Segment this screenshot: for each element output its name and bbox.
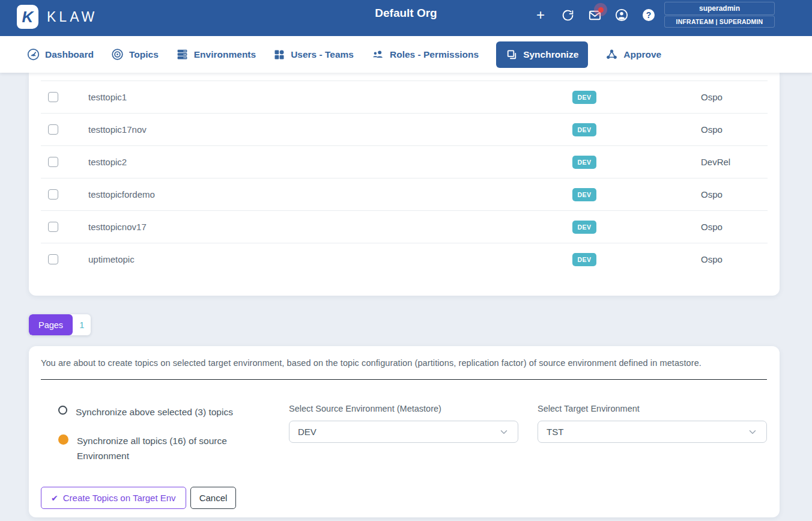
topic-name: testtopicfordemo: [88, 189, 530, 200]
table-row: uptimetopic DEV Ospo: [41, 243, 768, 275]
main-nav: Dashboard Topics Environments: [0, 36, 812, 73]
row-checkbox[interactable]: [48, 254, 58, 264]
table-row: testtopicfordemo DEV Ospo: [41, 178, 768, 210]
env-badge: DEV: [572, 91, 597, 104]
topic-name: testtopic17nov: [88, 124, 530, 135]
create-topics-button[interactable]: ✔ Create Topics on Target Env: [41, 487, 186, 509]
table-row: testtopicnov17 DEV Ospo: [41, 210, 768, 243]
env-badge: DEV: [572, 188, 597, 201]
create-topics-label: Create Topics on Target Env: [63, 493, 176, 503]
target-env-field: Select Target Environment TST: [538, 404, 767, 443]
source-env-field: Select Source Environment (Metastore) DE…: [289, 404, 518, 443]
team-name: Ospo: [638, 92, 768, 102]
top-header: K KLAW Default Org +: [0, 0, 812, 36]
source-env-label: Select Source Environment (Metastore): [289, 404, 518, 413]
env-badge: DEV: [572, 156, 597, 169]
copy-icon: [506, 49, 518, 61]
nav-label: Users - Teams: [291, 49, 354, 60]
nav-label: Approve: [623, 49, 661, 60]
synchronize-panel: You are about to create topics on select…: [29, 346, 780, 517]
bullseye-icon: [111, 48, 124, 61]
topic-name: testtopic1: [88, 92, 530, 102]
sync-scope-radio-group: Synchronize above selected (3) topics Sy…: [58, 404, 274, 477]
topic-name: testtopicnov17: [88, 222, 530, 232]
pages-label: Pages: [29, 314, 73, 335]
radio-icon: [58, 406, 67, 415]
plus-icon[interactable]: +: [533, 8, 548, 22]
nav-item-topics[interactable]: Topics: [111, 48, 159, 61]
source-env-value: DEV: [298, 427, 317, 437]
chevron-down-icon: [747, 427, 758, 437]
people-icon: [371, 48, 384, 61]
mail-icon[interactable]: [587, 8, 602, 22]
topics-table-card: testtopic1 DEV Ospo testtopic17nov DEV O…: [29, 73, 780, 296]
check-icon: ✔: [51, 493, 58, 503]
app-root: K KLAW Default Org +: [0, 0, 812, 521]
gauge-icon: [27, 48, 40, 61]
username: superadmin: [664, 2, 775, 15]
row-checkbox[interactable]: [48, 222, 58, 232]
team-name: DevRel: [638, 157, 768, 167]
radio-selected-topics[interactable]: Synchronize above selected (3) topics: [58, 404, 274, 419]
target-env-select[interactable]: TST: [538, 421, 767, 443]
target-env-label: Select Target Environment: [538, 404, 767, 413]
nav-label: Dashboard: [45, 49, 94, 60]
nav-label: Roles - Permissions: [390, 49, 479, 60]
team-role: INFRATEAM | SUPERADMIN: [664, 16, 775, 28]
radio-label: Synchronize all topics (16) of source En…: [77, 433, 260, 463]
table-row: testtopic1 DEV Ospo: [41, 81, 768, 113]
radio-label: Synchronize above selected (3) topics: [76, 404, 233, 419]
team-name: Ospo: [638, 189, 768, 200]
pagination: Pages 1: [29, 314, 91, 335]
nav-item-dashboard[interactable]: Dashboard: [27, 48, 94, 61]
table-row: testtopic2 DEV DevRel: [41, 145, 768, 178]
divider: [41, 379, 767, 380]
team-name: Ospo: [638, 254, 768, 264]
team-name: Ospo: [638, 222, 768, 232]
help-icon[interactable]: ?: [641, 8, 656, 22]
header-icon-bar: +: [533, 6, 656, 24]
nav-item-approve[interactable]: Approve: [605, 48, 661, 61]
cancel-button[interactable]: Cancel: [190, 487, 237, 509]
nav-label: Environments: [194, 49, 256, 60]
nav-label: Topics: [129, 49, 159, 60]
env-badge: DEV: [572, 253, 597, 266]
server-icon: [176, 48, 189, 61]
nav-item-users-teams[interactable]: Users - Teams: [273, 49, 354, 61]
refresh-icon[interactable]: [560, 8, 575, 22]
topic-name: uptimetopic: [88, 254, 530, 264]
user-icon[interactable]: [614, 8, 629, 22]
team-name: Ospo: [638, 124, 768, 135]
grid-icon: [273, 49, 285, 61]
table-row: testtopic17nov DEV Ospo: [41, 113, 768, 145]
panel-info-text: You are about to create topics on select…: [41, 358, 768, 368]
nav-item-roles-permissions[interactable]: Roles - Permissions: [371, 48, 479, 61]
notification-badge: [594, 3, 607, 16]
network-icon: [605, 48, 618, 61]
nav-item-environments[interactable]: Environments: [176, 48, 256, 61]
chevron-down-icon: [498, 427, 509, 437]
radio-icon: [58, 434, 68, 445]
nav-item-synchronize[interactable]: Synchronize: [496, 41, 588, 68]
row-checkbox[interactable]: [48, 157, 58, 167]
topic-name: testtopic2: [88, 157, 530, 167]
env-badge: DEV: [572, 123, 597, 136]
target-env-value: TST: [547, 427, 563, 437]
user-info[interactable]: superadmin INFRATEAM | SUPERADMIN: [664, 2, 775, 28]
env-badge: DEV: [572, 221, 597, 234]
nav-label: Synchronize: [523, 49, 578, 60]
row-checkbox[interactable]: [48, 92, 58, 102]
row-checkbox[interactable]: [48, 124, 58, 135]
radio-all-topics[interactable]: Synchronize all topics (16) of source En…: [58, 433, 274, 463]
panel-actions: ✔ Create Topics on Target Env Cancel: [41, 487, 236, 509]
row-checkbox[interactable]: [48, 189, 58, 200]
source-env-select[interactable]: DEV: [289, 421, 518, 443]
page-1-button[interactable]: 1: [73, 314, 91, 335]
